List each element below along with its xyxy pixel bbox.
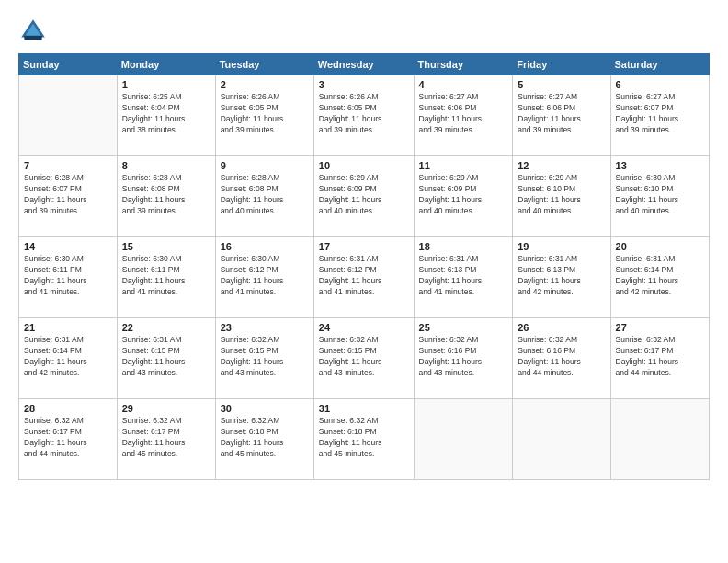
week-row-1: 1Sunrise: 6:25 AMSunset: 6:04 PMDaylight…	[19, 75, 710, 156]
day-number: 27	[616, 322, 704, 333]
day-cell: 22Sunrise: 6:31 AMSunset: 6:15 PMDayligh…	[117, 318, 215, 399]
day-cell: 10Sunrise: 6:29 AMSunset: 6:09 PMDayligh…	[313, 156, 414, 237]
day-number: 24	[319, 322, 409, 333]
day-number: 7	[24, 160, 112, 171]
day-number: 2	[221, 79, 309, 90]
day-cell: 6Sunrise: 6:27 AMSunset: 6:07 PMDaylight…	[610, 75, 709, 156]
day-info: Sunrise: 6:30 AMSunset: 6:11 PMDaylight:…	[122, 254, 210, 298]
day-cell: 16Sunrise: 6:30 AMSunset: 6:12 PMDayligh…	[215, 237, 313, 318]
col-header-sunday: Sunday	[19, 54, 118, 75]
day-cell: 24Sunrise: 6:32 AMSunset: 6:15 PMDayligh…	[313, 318, 414, 399]
week-row-3: 14Sunrise: 6:30 AMSunset: 6:11 PMDayligh…	[19, 237, 710, 318]
day-cell: 8Sunrise: 6:28 AMSunset: 6:08 PMDaylight…	[117, 156, 215, 237]
day-cell: 21Sunrise: 6:31 AMSunset: 6:14 PMDayligh…	[19, 318, 118, 399]
day-cell: 13Sunrise: 6:30 AMSunset: 6:10 PMDayligh…	[610, 156, 709, 237]
day-number: 13	[616, 160, 704, 171]
header	[18, 17, 710, 46]
day-cell	[513, 399, 610, 480]
day-cell: 27Sunrise: 6:32 AMSunset: 6:17 PMDayligh…	[610, 318, 709, 399]
day-info: Sunrise: 6:29 AMSunset: 6:09 PMDaylight:…	[419, 173, 508, 217]
logo	[18, 17, 51, 46]
day-cell: 26Sunrise: 6:32 AMSunset: 6:16 PMDayligh…	[513, 318, 610, 399]
day-info: Sunrise: 6:31 AMSunset: 6:13 PMDaylight:…	[419, 254, 508, 298]
day-info: Sunrise: 6:32 AMSunset: 6:17 PMDaylight:…	[24, 416, 112, 460]
day-info: Sunrise: 6:27 AMSunset: 6:06 PMDaylight:…	[419, 92, 508, 136]
col-header-tuesday: Tuesday	[215, 54, 313, 75]
day-info: Sunrise: 6:31 AMSunset: 6:13 PMDaylight:…	[518, 254, 605, 298]
day-info: Sunrise: 6:28 AMSunset: 6:07 PMDaylight:…	[24, 173, 112, 217]
day-number: 21	[24, 322, 112, 333]
day-number: 15	[122, 241, 210, 252]
day-info: Sunrise: 6:26 AMSunset: 6:05 PMDaylight:…	[221, 92, 309, 136]
day-info: Sunrise: 6:27 AMSunset: 6:06 PMDaylight:…	[518, 92, 605, 136]
day-number: 11	[419, 160, 508, 171]
day-info: Sunrise: 6:31 AMSunset: 6:14 PMDaylight:…	[616, 254, 704, 298]
week-row-5: 28Sunrise: 6:32 AMSunset: 6:17 PMDayligh…	[19, 399, 710, 480]
day-number: 28	[24, 403, 112, 414]
day-number: 16	[221, 241, 309, 252]
day-cell	[414, 399, 513, 480]
day-cell: 20Sunrise: 6:31 AMSunset: 6:14 PMDayligh…	[610, 237, 709, 318]
day-cell: 19Sunrise: 6:31 AMSunset: 6:13 PMDayligh…	[513, 237, 610, 318]
day-cell: 23Sunrise: 6:32 AMSunset: 6:15 PMDayligh…	[215, 318, 313, 399]
day-number: 5	[518, 79, 605, 90]
day-info: Sunrise: 6:27 AMSunset: 6:07 PMDaylight:…	[616, 92, 704, 136]
page: SundayMondayTuesdayWednesdayThursdayFrid…	[0, 0, 728, 563]
day-number: 29	[122, 403, 210, 414]
day-cell: 12Sunrise: 6:29 AMSunset: 6:10 PMDayligh…	[513, 156, 610, 237]
day-number: 4	[419, 79, 508, 90]
day-number: 1	[122, 79, 210, 90]
logo-icon	[18, 17, 48, 46]
day-cell: 28Sunrise: 6:32 AMSunset: 6:17 PMDayligh…	[19, 399, 118, 480]
day-cell: 17Sunrise: 6:31 AMSunset: 6:12 PMDayligh…	[313, 237, 414, 318]
day-info: Sunrise: 6:31 AMSunset: 6:15 PMDaylight:…	[122, 335, 210, 379]
day-info: Sunrise: 6:30 AMSunset: 6:10 PMDaylight:…	[616, 173, 704, 217]
day-info: Sunrise: 6:31 AMSunset: 6:14 PMDaylight:…	[24, 335, 112, 379]
calendar: SundayMondayTuesdayWednesdayThursdayFrid…	[18, 53, 710, 480]
day-cell: 14Sunrise: 6:30 AMSunset: 6:11 PMDayligh…	[19, 237, 118, 318]
day-info: Sunrise: 6:32 AMSunset: 6:15 PMDaylight:…	[319, 335, 409, 379]
day-number: 10	[319, 160, 409, 171]
day-info: Sunrise: 6:32 AMSunset: 6:16 PMDaylight:…	[518, 335, 605, 379]
day-number: 19	[518, 241, 605, 252]
day-number: 18	[419, 241, 508, 252]
day-cell: 3Sunrise: 6:26 AMSunset: 6:05 PMDaylight…	[313, 75, 414, 156]
week-row-4: 21Sunrise: 6:31 AMSunset: 6:14 PMDayligh…	[19, 318, 710, 399]
col-header-monday: Monday	[117, 54, 215, 75]
col-header-friday: Friday	[513, 54, 610, 75]
day-info: Sunrise: 6:25 AMSunset: 6:04 PMDaylight:…	[122, 92, 210, 136]
day-info: Sunrise: 6:30 AMSunset: 6:12 PMDaylight:…	[221, 254, 309, 298]
day-info: Sunrise: 6:30 AMSunset: 6:11 PMDaylight:…	[24, 254, 112, 298]
day-number: 14	[24, 241, 112, 252]
day-number: 30	[221, 403, 309, 414]
day-cell: 7Sunrise: 6:28 AMSunset: 6:07 PMDaylight…	[19, 156, 118, 237]
header-row: SundayMondayTuesdayWednesdayThursdayFrid…	[19, 54, 710, 75]
week-row-2: 7Sunrise: 6:28 AMSunset: 6:07 PMDaylight…	[19, 156, 710, 237]
day-number: 20	[616, 241, 704, 252]
day-info: Sunrise: 6:32 AMSunset: 6:17 PMDaylight:…	[122, 416, 210, 460]
day-cell: 2Sunrise: 6:26 AMSunset: 6:05 PMDaylight…	[215, 75, 313, 156]
day-info: Sunrise: 6:31 AMSunset: 6:12 PMDaylight:…	[319, 254, 409, 298]
day-number: 26	[518, 322, 605, 333]
day-info: Sunrise: 6:29 AMSunset: 6:09 PMDaylight:…	[319, 173, 409, 217]
day-cell: 9Sunrise: 6:28 AMSunset: 6:08 PMDaylight…	[215, 156, 313, 237]
day-cell: 5Sunrise: 6:27 AMSunset: 6:06 PMDaylight…	[513, 75, 610, 156]
day-cell: 4Sunrise: 6:27 AMSunset: 6:06 PMDaylight…	[414, 75, 513, 156]
day-number: 25	[419, 322, 508, 333]
day-number: 12	[518, 160, 605, 171]
day-number: 22	[122, 322, 210, 333]
day-info: Sunrise: 6:28 AMSunset: 6:08 PMDaylight:…	[122, 173, 210, 217]
day-cell	[19, 75, 118, 156]
day-number: 8	[122, 160, 210, 171]
day-cell: 18Sunrise: 6:31 AMSunset: 6:13 PMDayligh…	[414, 237, 513, 318]
day-number: 9	[221, 160, 309, 171]
day-number: 23	[221, 322, 309, 333]
svg-rect-2	[24, 36, 41, 40]
day-cell: 1Sunrise: 6:25 AMSunset: 6:04 PMDaylight…	[117, 75, 215, 156]
day-info: Sunrise: 6:32 AMSunset: 6:16 PMDaylight:…	[419, 335, 508, 379]
day-number: 17	[319, 241, 409, 252]
day-info: Sunrise: 6:26 AMSunset: 6:05 PMDaylight:…	[319, 92, 409, 136]
day-number: 31	[319, 403, 409, 414]
day-cell	[610, 399, 709, 480]
day-info: Sunrise: 6:32 AMSunset: 6:18 PMDaylight:…	[221, 416, 309, 460]
